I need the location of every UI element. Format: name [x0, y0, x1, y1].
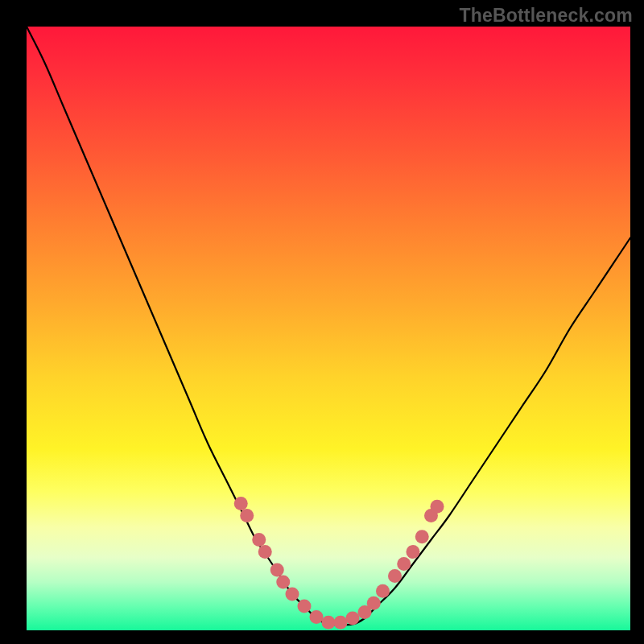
data-marker: [240, 509, 254, 522]
marker-cluster-right: [358, 500, 444, 619]
chart-svg: [27, 27, 630, 630]
chart-frame: TheBottleneck.com: [0, 0, 644, 644]
data-marker: [286, 588, 299, 601]
data-marker: [310, 610, 324, 624]
bottleneck-curve: [27, 27, 630, 625]
data-marker: [234, 497, 248, 510]
data-marker: [252, 533, 266, 547]
watermark-label: TheBottleneck.com: [459, 5, 633, 27]
data-marker: [397, 557, 411, 571]
data-marker: [258, 545, 272, 559]
data-marker: [270, 564, 284, 577]
data-marker: [415, 530, 429, 543]
data-marker: [276, 576, 290, 589]
data-marker: [367, 597, 381, 610]
data-marker: [322, 616, 336, 630]
chart-plot-area: [27, 27, 630, 630]
data-marker: [376, 584, 390, 598]
marker-cluster-left: [234, 497, 360, 630]
data-marker: [388, 569, 402, 583]
data-marker: [346, 612, 360, 625]
data-marker: [407, 545, 420, 559]
data-marker: [431, 500, 444, 514]
data-marker: [298, 600, 312, 613]
data-marker: [334, 616, 348, 630]
